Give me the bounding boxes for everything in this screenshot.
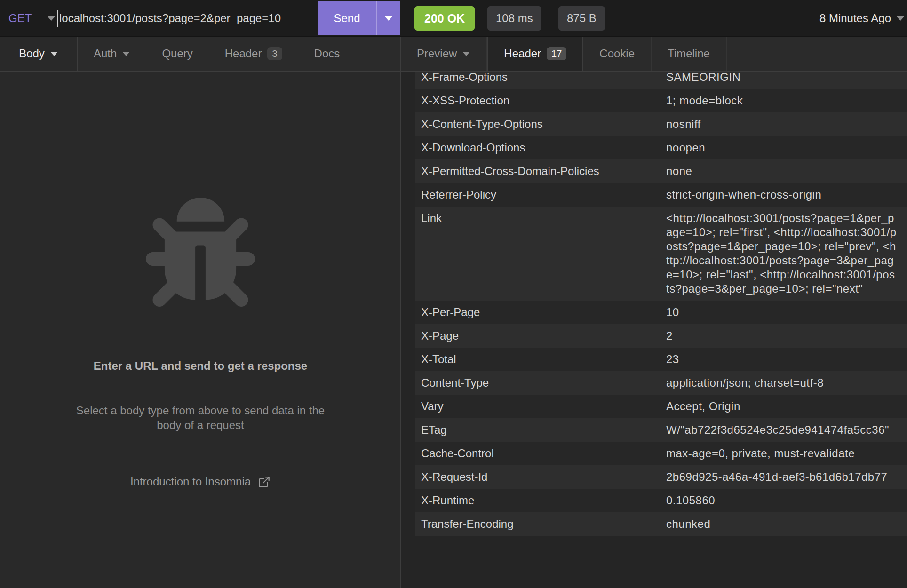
empty-state-heading: Enter a URL and send to get a response: [0, 359, 401, 373]
header-name: Link: [421, 211, 666, 296]
header-value: strict-origin-when-cross-origin: [666, 188, 898, 202]
header-row: X-Total 23: [415, 348, 907, 371]
header-value: 10: [666, 305, 898, 319]
response-time-badge: 108 ms: [487, 6, 541, 31]
header-row: X-XSS-Protection 1; mode=block: [415, 89, 907, 112]
response-headers-table: X-Frame-Options SAMEORIGIN X-XSS-Protect…: [415, 72, 907, 536]
request-toolbar: GET localhost:3001/posts?page=2&per_page…: [0, 0, 907, 37]
response-headers-pane: X-Frame-Options SAMEORIGIN X-XSS-Protect…: [401, 72, 907, 588]
header-row: Vary Accept, Origin: [415, 395, 907, 418]
chevron-down-icon: [462, 52, 470, 56]
header-row: X-Request-Id 2b69d925-a46a-491d-aef3-b61…: [415, 465, 907, 489]
empty-state-hint: Select a body type from above to send da…: [69, 403, 332, 432]
header-row: Referrer-Policy strict-origin-when-cross…: [415, 183, 907, 207]
header-name: X-Per-Page: [421, 305, 666, 319]
method-label: GET: [8, 12, 32, 25]
request-tab-auth[interactable]: Auth: [78, 37, 146, 71]
header-value: 2b69d925-a46a-491d-aef3-b61d6b17db77: [666, 470, 898, 484]
header-row: X-Per-Page 10: [415, 301, 907, 324]
header-value: 23: [666, 352, 898, 366]
header-value: nosniff: [666, 117, 898, 131]
url-input[interactable]: localhost:3001/posts?page=2&per_page=10: [57, 0, 311, 37]
chevron-down-icon: [50, 52, 58, 56]
request-tab-docs[interactable]: Docs: [298, 37, 356, 71]
header-name: X-Permitted-Cross-Domain-Policies: [421, 164, 666, 178]
header-row: X-Page 2: [415, 324, 907, 348]
send-options-button[interactable]: [376, 1, 400, 35]
header-value: application/json; charset=utf-8: [666, 376, 898, 390]
request-tab-query[interactable]: Query: [146, 37, 208, 71]
header-name: X-Total: [421, 352, 666, 366]
header-row: Transfer-Encoding chunked: [415, 512, 907, 536]
introduction-link-label: Introduction to Insomnia: [130, 475, 251, 488]
header-value: 1; mode=block: [666, 94, 898, 108]
header-value: 0.105860: [666, 493, 898, 508]
header-row: Content-Type application/json; charset=u…: [415, 371, 907, 395]
chevron-down-icon: [122, 52, 130, 56]
header-name: X-Download-Options: [421, 141, 666, 155]
response-tabbar: Preview Header 17 Cookie Timeline: [401, 37, 907, 72]
send-button[interactable]: Send: [318, 1, 376, 35]
header-value: max-age=0, private, must-revalidate: [666, 446, 898, 461]
header-row: Cache-Control max-age=0, private, must-r…: [415, 442, 907, 465]
header-row: Link <http://localhost:3001/posts?page=1…: [415, 207, 907, 301]
header-row: ETag W/"ab722f3d6524e3c25de941474fa5cc36…: [415, 418, 907, 442]
header-name: X-Content-Type-Options: [421, 117, 666, 131]
header-name: X-Frame-Options: [421, 72, 666, 84]
header-name: Vary: [421, 399, 666, 413]
pane-divider[interactable]: [400, 37, 401, 588]
response-history-dropdown[interactable]: 8 Minutes Ago: [819, 0, 891, 37]
header-name: X-Page: [421, 329, 666, 343]
divider: [40, 389, 361, 389]
header-value: noopen: [666, 141, 898, 155]
header-name: X-Runtime: [421, 493, 666, 508]
url-value: localhost:3001/posts?page=2&per_page=10: [59, 12, 281, 25]
header-row: X-Content-Type-Options nosniff: [415, 112, 907, 136]
response-size-badge: 875 B: [558, 6, 605, 31]
request-tab-body[interactable]: Body: [0, 37, 78, 71]
external-link-icon: [258, 476, 271, 488]
chevron-down-icon: [48, 16, 55, 21]
bug-icon: [146, 198, 255, 307]
response-tab-cookie[interactable]: Cookie: [583, 37, 652, 71]
header-name: X-XSS-Protection: [421, 94, 666, 108]
header-value: W/"ab722f3d6524e3c25de941474fa5cc36": [666, 423, 898, 437]
header-row: X-Permitted-Cross-Domain-Policies none: [415, 159, 907, 183]
header-value: <http://localhost:3001/posts?page=1&per_…: [666, 211, 898, 296]
chevron-down-icon: [385, 16, 392, 21]
header-row: X-Frame-Options SAMEORIGIN: [415, 72, 907, 89]
request-tabbar: Body Auth Query Header 3 Docs: [0, 37, 401, 72]
header-value: SAMEORIGIN: [666, 72, 898, 84]
header-name: Transfer-Encoding: [421, 517, 666, 531]
header-name: Referrer-Policy: [421, 188, 666, 202]
response-tab-preview[interactable]: Preview: [401, 37, 487, 71]
header-name: X-Request-Id: [421, 470, 666, 484]
tab-count-badge: 17: [547, 47, 566, 60]
response-tab-timeline[interactable]: Timeline: [652, 37, 727, 71]
header-value: chunked: [666, 517, 898, 531]
header-name: Content-Type: [421, 376, 666, 390]
header-value: none: [666, 164, 898, 178]
status-badge: 200 OK: [414, 6, 475, 31]
send-button-group: Send: [318, 1, 400, 35]
header-name: Cache-Control: [421, 446, 666, 461]
tab-count-badge: 3: [267, 47, 282, 60]
header-name: ETag: [421, 423, 666, 437]
header-value: 2: [666, 329, 898, 343]
introduction-link[interactable]: Introduction to Insomnia: [0, 475, 401, 488]
header-row: X-Download-Options noopen: [415, 136, 907, 159]
text-cursor: [57, 10, 58, 27]
request-body-pane: Enter a URL and send to get a response S…: [0, 72, 401, 588]
header-value: Accept, Origin: [666, 399, 898, 413]
header-row: X-Runtime 0.105860: [415, 489, 907, 512]
chevron-down-icon[interactable]: [897, 16, 904, 21]
method-dropdown[interactable]: GET: [8, 0, 55, 37]
request-tab-header[interactable]: Header 3: [209, 37, 298, 71]
response-tab-header[interactable]: Header 17: [487, 37, 583, 71]
